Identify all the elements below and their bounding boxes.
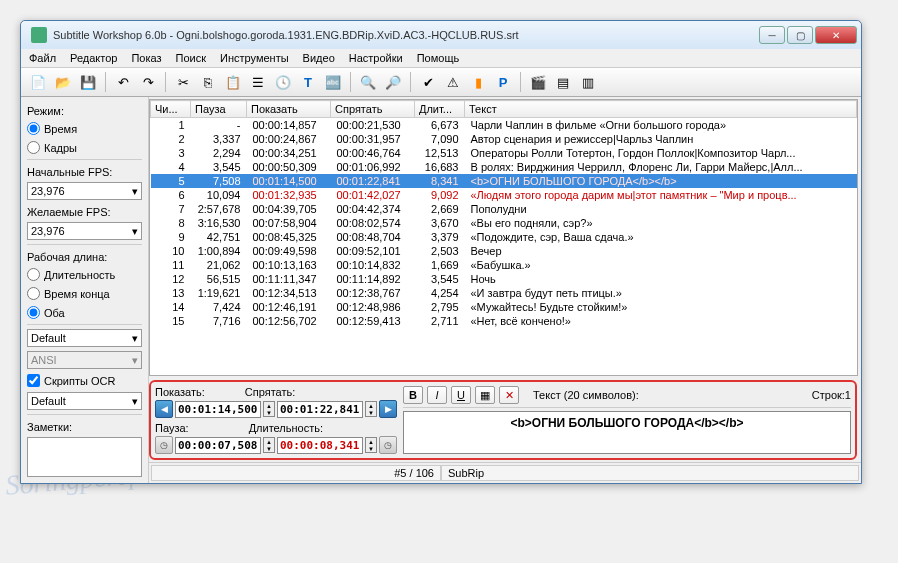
video-icon[interactable]: 🎬: [527, 71, 549, 93]
italic-button[interactable]: I: [427, 386, 447, 404]
color-button[interactable]: ▦: [475, 386, 495, 404]
dur-spinner[interactable]: ▲▼: [365, 437, 377, 453]
minimize-button[interactable]: ─: [759, 26, 785, 44]
col-hide[interactable]: Спрятать: [331, 101, 415, 118]
duration-input[interactable]: [277, 437, 363, 454]
worklen-dur-radio[interactable]: Длительность: [27, 267, 142, 282]
menu-settings[interactable]: Настройки: [349, 52, 403, 64]
show-label: Показать:: [155, 386, 205, 398]
table-row[interactable]: 1-00:00:14,85700:00:21,5306,673Чарли Чап…: [151, 118, 857, 133]
clock2-icon[interactable]: ◷: [379, 436, 397, 454]
col-text[interactable]: Текст: [465, 101, 857, 118]
status-format: SubRip: [441, 465, 859, 481]
table-row[interactable]: 72:57,67800:04:39,70500:04:42,3742,669По…: [151, 202, 857, 216]
table-row[interactable]: 1121,06200:10:13,16300:10:14,8321,669«Ба…: [151, 258, 857, 272]
text-info-label: Текст (20 символов):: [533, 389, 639, 401]
lines-label: Строк:1: [812, 389, 851, 401]
next-sub-button[interactable]: ▶: [379, 400, 397, 418]
menubar: Файл Редактор Показ Поиск Инструменты Ви…: [21, 49, 861, 68]
text-icon[interactable]: T: [297, 71, 319, 93]
subtitle-text-input[interactable]: <b>ОГНИ БОЛЬШОГО ГОРОДА</b></b>: [403, 411, 851, 454]
titlebar[interactable]: Subtitle Workshop 6.0b - Ogni.bolshogo.g…: [21, 21, 861, 49]
table-row[interactable]: 32,29400:00:34,25100:00:46,76412,513Опер…: [151, 146, 857, 160]
redo-icon[interactable]: ↷: [137, 71, 159, 93]
paste-icon[interactable]: 📋: [222, 71, 244, 93]
info-icon[interactable]: ▮: [467, 71, 489, 93]
hide-time-input[interactable]: [277, 401, 363, 418]
table-row[interactable]: 23,33700:00:24,86700:00:31,9577,090Автор…: [151, 132, 857, 146]
notes-textarea[interactable]: [27, 437, 142, 477]
underline-button[interactable]: U: [451, 386, 471, 404]
start-fps-combo[interactable]: 23,976▾: [27, 182, 142, 200]
panel1-icon[interactable]: ▤: [552, 71, 574, 93]
window-title: Subtitle Workshop 6.0b - Ogni.bolshogo.g…: [53, 29, 759, 41]
editor-panel: Показать: Спрятать: ◀ ▲▼ ▲▼ ▶ Пауз: [149, 380, 857, 460]
col-num[interactable]: Чи...: [151, 101, 191, 118]
menu-show[interactable]: Показ: [131, 52, 161, 64]
new-icon[interactable]: 📄: [27, 71, 49, 93]
ocr-combo[interactable]: Default▾: [27, 392, 142, 410]
zoomout-icon[interactable]: 🔍: [357, 71, 379, 93]
clock-icon[interactable]: 🕓: [272, 71, 294, 93]
worklen-end-radio[interactable]: Время конца: [27, 286, 142, 301]
pause-input[interactable]: [175, 437, 261, 454]
menu-video[interactable]: Видео: [303, 52, 335, 64]
mode-time-radio[interactable]: Время: [27, 121, 142, 136]
save-icon[interactable]: 💾: [77, 71, 99, 93]
hide-spinner[interactable]: ▲▼: [365, 401, 377, 417]
want-fps-combo[interactable]: 23,976▾: [27, 222, 142, 240]
start-fps-label: Начальные FPS:: [27, 166, 142, 178]
maximize-button[interactable]: ▢: [787, 26, 813, 44]
menu-tools[interactable]: Инструменты: [220, 52, 289, 64]
col-pause[interactable]: Пауза: [191, 101, 247, 118]
encoding-combo[interactable]: ANSI▾: [27, 351, 142, 369]
table-row[interactable]: 1256,51500:11:11,34700:11:14,8923,545Ноч…: [151, 272, 857, 286]
table-row[interactable]: 57,50800:01:14,50000:01:22,8418,341<b>ОГ…: [151, 174, 857, 188]
table-row[interactable]: 157,71600:12:56,70200:12:59,4132,711«Нет…: [151, 314, 857, 328]
table-row[interactable]: 101:00,89400:09:49,59800:09:52,1012,503В…: [151, 244, 857, 258]
ocr-checkbox[interactable]: Скрипты OCR: [27, 373, 142, 388]
clock1-icon[interactable]: ◷: [155, 436, 173, 454]
hide-label: Спрятать:: [245, 386, 295, 398]
table-row[interactable]: 147,42400:12:46,19100:12:48,9862,795«Муж…: [151, 300, 857, 314]
table-row[interactable]: 942,75100:08:45,32500:08:48,7043,379«Под…: [151, 230, 857, 244]
toolbar: 📄 📂 💾 ↶ ↷ ✂ ⎘ 📋 ☰ 🕓 T 🔤 🔍 🔎 ✔ ⚠ ▮ P 🎬 ▤ …: [21, 68, 861, 97]
table-row[interactable]: 43,54500:00:50,30900:01:06,99216,683В ро…: [151, 160, 857, 174]
ocr-icon[interactable]: 🔤: [322, 71, 344, 93]
subtitle-grid[interactable]: Чи... Пауза Показать Спрятать Длит... Те…: [149, 99, 858, 376]
close-button[interactable]: ✕: [815, 26, 857, 44]
statusbar: #5 / 106 SubRip: [149, 462, 861, 483]
worklen-label: Рабочая длина:: [27, 251, 142, 263]
menu-editor[interactable]: Редактор: [70, 52, 117, 64]
col-show[interactable]: Показать: [247, 101, 331, 118]
spellcheck-icon[interactable]: ✔: [417, 71, 439, 93]
zoomin-icon[interactable]: 🔎: [382, 71, 404, 93]
menu-search[interactable]: Поиск: [176, 52, 206, 64]
charset-combo[interactable]: Default▾: [27, 329, 142, 347]
col-dur[interactable]: Длит...: [415, 101, 465, 118]
menu-file[interactable]: Файл: [29, 52, 56, 64]
prev-sub-button[interactable]: ◀: [155, 400, 173, 418]
show-time-input[interactable]: [175, 401, 261, 418]
warning-icon[interactable]: ⚠: [442, 71, 464, 93]
copy-icon[interactable]: ⎘: [197, 71, 219, 93]
worklen-both-radio[interactable]: Оба: [27, 305, 142, 320]
menu-help[interactable]: Помощь: [417, 52, 460, 64]
undo-icon[interactable]: ↶: [112, 71, 134, 93]
table-row[interactable]: 83:16,53000:07:58,90400:08:02,5743,670«В…: [151, 216, 857, 230]
show-spinner[interactable]: ▲▼: [263, 401, 275, 417]
clear-button[interactable]: ✕: [499, 386, 519, 404]
props-icon[interactable]: ☰: [247, 71, 269, 93]
app-icon: [31, 27, 47, 43]
table-row[interactable]: 131:19,62100:12:34,51300:12:38,7674,254«…: [151, 286, 857, 300]
status-position: #5 / 106: [151, 465, 441, 481]
pascal-icon[interactable]: P: [492, 71, 514, 93]
pause-label: Пауза:: [155, 422, 189, 434]
open-icon[interactable]: 📂: [52, 71, 74, 93]
bold-button[interactable]: B: [403, 386, 423, 404]
cut-icon[interactable]: ✂: [172, 71, 194, 93]
panel2-icon[interactable]: ▥: [577, 71, 599, 93]
pause-spinner[interactable]: ▲▼: [263, 437, 275, 453]
mode-frames-radio[interactable]: Кадры: [27, 140, 142, 155]
table-row[interactable]: 610,09400:01:32,93500:01:42,0279,092«Люд…: [151, 188, 857, 202]
